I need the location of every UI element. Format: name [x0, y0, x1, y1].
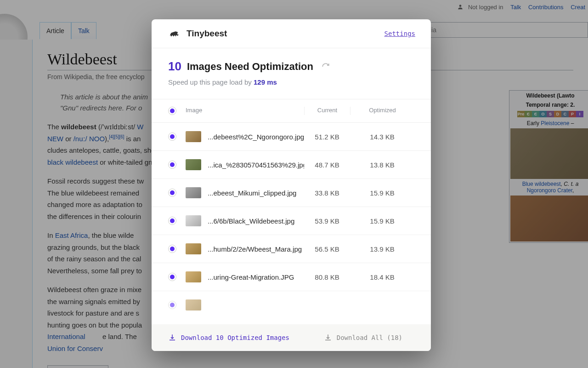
image-row[interactable]: ...uring-Great-Migration.JPG80.8 KB18.4 …: [152, 263, 431, 291]
download-all-button[interactable]: Download All (18): [324, 334, 402, 342]
download-optimized-button[interactable]: Download 10 Optimized Images: [168, 334, 289, 342]
image-filename: ...ebeest_Mikumi_clipped.jpg: [208, 189, 304, 197]
optimized-size: 15.9 KB: [350, 189, 414, 197]
image-row[interactable]: ...ica_%2830570451563%29.jpg48.7 KB13.8 …: [152, 151, 431, 179]
column-optimized: Optimized: [350, 107, 414, 115]
row-select-radio[interactable]: [168, 273, 176, 281]
speed-hint: Speed up this page load by 129 ms: [168, 78, 414, 86]
row-select-radio[interactable]: [168, 301, 176, 309]
image-filename: ...ica_%2830570451563%29.jpg: [208, 161, 304, 169]
tinybeest-modal: Tinybeest Settings 10 Images Need Optimi…: [152, 19, 431, 351]
brand: Tinybeest: [168, 29, 227, 39]
image-row[interactable]: [152, 291, 431, 312]
optimized-size: 13.8 KB: [350, 161, 414, 169]
summary: 10 Images Need Optimization Speed up thi…: [152, 48, 431, 99]
image-row[interactable]: ...ebeest_Mikumi_clipped.jpg33.8 KB15.9 …: [152, 179, 431, 207]
image-thumbnail: [186, 299, 201, 310]
brand-name: Tinybeest: [187, 29, 227, 39]
image-thumbnail: [186, 271, 201, 282]
image-thumbnail: [186, 159, 201, 170]
row-select-radio[interactable]: [168, 161, 176, 169]
download-icon: [168, 334, 176, 342]
modal-header: Tinybeest Settings: [152, 19, 431, 48]
image-filename: ...6/6b/Black_Wildebeest.jpg: [208, 217, 304, 225]
row-select-radio[interactable]: [168, 189, 176, 197]
refresh-icon[interactable]: [322, 63, 330, 71]
current-size: 56.5 KB: [304, 245, 350, 253]
optimized-size: 18.4 KB: [350, 273, 414, 281]
current-size: 33.8 KB: [304, 189, 350, 197]
image-list: ...debeest%2C_Ngorongoro.jpg51.2 KB14.3 …: [152, 123, 431, 324]
image-row[interactable]: ...6/6b/Black_Wildebeest.jpg53.9 KB15.9 …: [152, 207, 431, 235]
image-thumbnail: [186, 131, 201, 142]
wildebeest-logo-icon: [168, 29, 180, 39]
current-size: 51.2 KB: [304, 133, 350, 141]
row-select-radio[interactable]: [168, 245, 176, 253]
optimized-size: 14.3 KB: [350, 133, 414, 141]
image-filename: ...humb/2/2e/Wbeest_Mara.jpg: [208, 245, 304, 253]
row-select-radio[interactable]: [168, 132, 176, 141]
summary-title: Images Need Optimization: [187, 61, 313, 73]
settings-link[interactable]: Settings: [384, 30, 415, 37]
download-icon: [324, 334, 332, 342]
image-row[interactable]: ...humb/2/2e/Wbeest_Mara.jpg56.5 KB13.9 …: [152, 235, 431, 263]
current-size: 48.7 KB: [304, 161, 350, 169]
table-header: Image Current Optimized: [152, 99, 431, 123]
image-filename: ...debeest%2C_Ngorongoro.jpg: [208, 133, 304, 141]
image-row[interactable]: ...debeest%2C_Ngorongoro.jpg51.2 KB14.3 …: [152, 123, 431, 151]
optimized-size: 15.9 KB: [350, 217, 414, 225]
image-thumbnail: [186, 187, 201, 198]
current-size: 80.8 KB: [304, 273, 350, 281]
row-select-radio[interactable]: [168, 217, 176, 225]
optimized-size: 13.9 KB: [350, 245, 414, 253]
image-filename: ...uring-Great-Migration.JPG: [208, 273, 304, 281]
image-thumbnail: [186, 215, 201, 226]
modal-footer: Download 10 Optimized Images Download Al…: [152, 324, 431, 351]
current-size: 53.9 KB: [304, 217, 350, 225]
column-image: Image: [186, 107, 304, 115]
optimization-count: 10: [168, 59, 181, 74]
image-thumbnail: [186, 243, 201, 254]
select-all-radio[interactable]: [168, 107, 176, 115]
column-current: Current: [304, 107, 350, 115]
